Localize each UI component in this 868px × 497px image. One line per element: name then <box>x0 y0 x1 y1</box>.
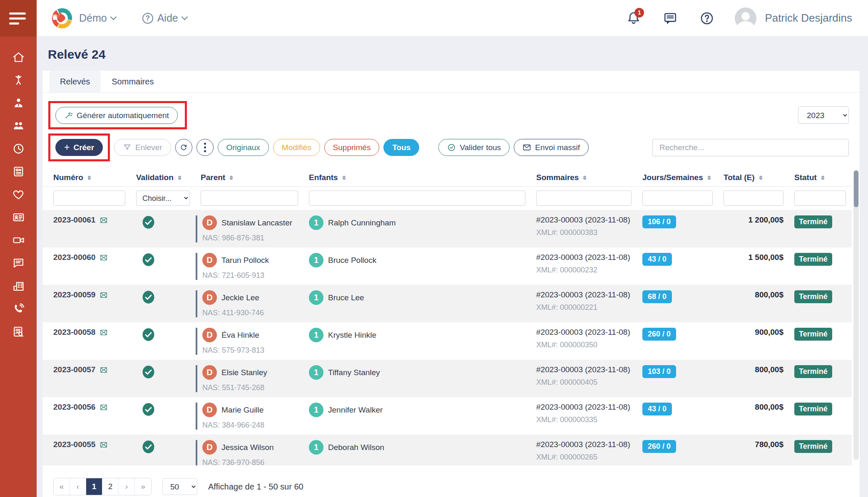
filter-deleted-button[interactable]: Supprimés <box>324 139 380 156</box>
validated-check-icon <box>142 440 155 454</box>
create-button[interactable]: + Créer <box>55 139 103 156</box>
filter-modified-button[interactable]: Modifiés <box>273 139 320 156</box>
org-menu[interactable]: Démo <box>79 12 116 24</box>
table-row[interactable]: 2023-00055 D Jessica Wilson NAS: 736-970… <box>42 435 852 465</box>
page-size-select[interactable]: 50 <box>162 478 197 495</box>
sidebar-item-educators[interactable] <box>0 91 37 114</box>
parent-nas: NAS: 551-745-268 <box>202 383 304 392</box>
envelope-icon <box>522 143 531 152</box>
column-header-statut[interactable]: Statut <box>789 173 852 182</box>
sommaire-ref[interactable]: #2023-00003 (2023-11-08) <box>536 440 637 449</box>
xml-number: XML#: 000000350 <box>536 341 637 349</box>
sidebar-item-children[interactable] <box>0 69 37 91</box>
pagination-prev-button[interactable]: ‹ <box>70 478 86 495</box>
pagination-page-1[interactable]: 1 <box>86 478 102 495</box>
table-scrollbar-track[interactable] <box>853 170 859 460</box>
sommaire-ref[interactable]: #2023-00003 (2023-11-08) <box>536 365 637 374</box>
envelope-icon[interactable] <box>99 403 108 411</box>
year-select[interactable]: 2023 <box>798 106 849 124</box>
cell-total: 1 200,00$ <box>719 215 789 225</box>
generate-automatically-button[interactable]: Générer automatiquement <box>55 107 178 124</box>
pagination-page-2[interactable]: 2 <box>102 478 119 495</box>
notifications-button[interactable]: 1 <box>625 10 642 27</box>
envelope-icon[interactable] <box>99 291 108 299</box>
tab-sommaires[interactable]: Sommaires <box>101 71 164 92</box>
table-row[interactable]: 2023-00059 D Jeckie Lee NAS: 411-930-746… <box>42 285 852 322</box>
filter-enfants-input[interactable] <box>309 190 525 206</box>
table-row[interactable]: 2023-00056 D Marie Guille NAS: 384-966-2… <box>42 397 852 435</box>
cell-parent: D Tarun Pollock NAS: 721-605-913 <box>196 253 304 280</box>
sidebar-item-messages[interactable] <box>0 252 37 274</box>
envelope-icon[interactable] <box>99 216 108 224</box>
pagination-next-button[interactable]: › <box>119 478 135 495</box>
sommaire-ref[interactable]: #2023-00003 (2023-11-08) <box>536 328 637 337</box>
envelope-icon[interactable] <box>99 441 108 449</box>
sort-icon <box>228 174 234 181</box>
filter-all-button[interactable]: Tous <box>383 139 419 156</box>
sidebar-item-id-cards[interactable] <box>0 206 37 229</box>
column-header-enfants[interactable]: Enfants <box>304 173 531 182</box>
pagination-last-button[interactable]: » <box>135 478 151 495</box>
table-row[interactable]: 2023-00057 D Elsie Stanley NAS: 551-745-… <box>42 360 852 397</box>
app-logo[interactable] <box>51 7 73 30</box>
sidebar-item-cameras[interactable] <box>0 229 37 252</box>
filter-jours-input[interactable] <box>642 190 713 206</box>
filter-total-input[interactable] <box>724 190 783 206</box>
sidebar-item-parents[interactable] <box>0 114 37 137</box>
child-badge: 1 <box>309 403 323 417</box>
filter-sommaires-input[interactable] <box>536 190 632 206</box>
filter-numero-input[interactable] <box>53 190 125 206</box>
more-options-button[interactable] <box>196 139 214 156</box>
column-header-numero[interactable]: Numéro <box>42 173 131 182</box>
cell-total: 780,00$ <box>719 440 789 449</box>
help-menu[interactable]: ? Aide <box>142 12 187 24</box>
sidebar-item-calls[interactable] <box>0 297 37 320</box>
envelope-icon[interactable] <box>99 366 108 374</box>
filter-originals-button[interactable]: Originaux <box>218 139 269 156</box>
sommaire-ref[interactable]: #2023-00003 (2023-11-08) <box>536 253 637 262</box>
sidebar-item-reports[interactable] <box>0 320 37 343</box>
sidebar-item-organization[interactable] <box>0 274 37 297</box>
column-header-validation[interactable]: Validation <box>131 173 196 182</box>
cell-jours: 43 / 0 <box>637 403 719 415</box>
table-row[interactable]: 2023-00060 D Tarun Pollock NAS: 721-605-… <box>42 247 852 285</box>
mass-send-button[interactable]: Envoi massif <box>514 139 589 156</box>
table-row[interactable]: 2023-00058 D Éva Hinkle NAS: 575-973-813… <box>42 322 852 360</box>
search-input[interactable] <box>652 139 849 156</box>
user-avatar[interactable] <box>735 7 756 29</box>
sidebar-item-billing[interactable] <box>0 160 37 183</box>
filter-validation-select[interactable]: Choisir... <box>136 190 190 206</box>
column-header-sommaires[interactable]: Sommaires <box>531 173 637 182</box>
sidebar-item-health[interactable] <box>0 183 37 206</box>
filter-statut-input[interactable] <box>794 190 846 206</box>
sommaire-ref[interactable]: #2023-00003 (2023-11-08) <box>536 290 637 299</box>
phone-icon <box>12 302 25 315</box>
envelope-icon[interactable] <box>99 254 108 262</box>
envelope-icon[interactable] <box>99 329 108 336</box>
parent-nas: NAS: 721-605-913 <box>202 271 304 280</box>
column-header-jours[interactable]: Jours/Semaines <box>637 173 719 182</box>
tab-releves[interactable]: Relevés <box>49 71 101 92</box>
remove-button[interactable]: Enlever <box>114 139 171 156</box>
magic-wand-icon <box>64 111 73 120</box>
filter-parent-input[interactable] <box>201 190 298 206</box>
messages-button[interactable] <box>662 10 679 27</box>
pagination-first-button[interactable]: « <box>54 478 70 495</box>
cell-jours: 260 / 0 <box>637 328 719 341</box>
column-header-total[interactable]: Total (E) <box>719 173 789 182</box>
sommaire-ref[interactable]: #2023-00003 (2023-11-08) <box>536 403 637 412</box>
help-button[interactable] <box>698 10 716 27</box>
sidebar-item-schedule[interactable] <box>0 137 37 160</box>
column-header-parent[interactable]: Parent <box>196 173 304 182</box>
table-scrollbar-thumb[interactable] <box>854 171 858 207</box>
sidebar-item-home[interactable] <box>0 46 37 69</box>
menu-toggle-button[interactable] <box>0 0 37 37</box>
cell-enfants: 1 Bruce Lee <box>304 290 531 305</box>
refresh-button[interactable] <box>175 139 192 156</box>
clock-icon <box>12 142 25 155</box>
parent-badge: D <box>202 365 217 380</box>
sommaire-ref[interactable]: #2023-00003 (2023-11-08) <box>536 215 637 225</box>
cell-statut: Terminé <box>789 290 852 303</box>
validate-all-button[interactable]: Valider tous <box>438 139 510 156</box>
table-row[interactable]: 2023-00061 D Stanislaw Lancaster NAS: 98… <box>42 210 852 247</box>
